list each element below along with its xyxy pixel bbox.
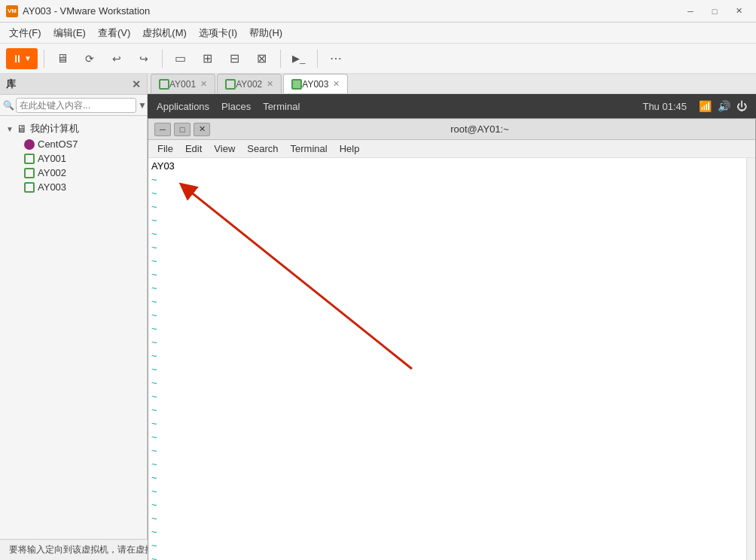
tilde-11: ~ [151, 309, 746, 322]
terminal-lines: AY03 ~ ~ ~ ~ ~ ~ ~ ~ ~ ~ ~ ~ [148, 158, 746, 560]
menu-bar: 文件(F) 编辑(E) 查看(V) 虚拟机(M) 选项卡(I) 帮助(H) [0, 23, 756, 44]
ay001-label: AY001 [38, 153, 66, 164]
maximize-button[interactable]: □ [703, 4, 726, 19]
minimize-button[interactable]: ─ [679, 4, 702, 19]
menu-edit[interactable]: 编辑(E) [47, 23, 92, 43]
guest-menu-places[interactable]: Places [221, 101, 251, 112]
terminal-menu-help[interactable]: Help [334, 142, 366, 156]
window-controls: ─ □ ✕ [679, 4, 750, 19]
terminal-window[interactable]: ─ □ ✕ root@AY01:~ File Edit View Search … [148, 118, 756, 560]
extra-button[interactable]: ⋯ [324, 47, 348, 71]
sidebar-item-centos7[interactable]: CentOS7 [3, 137, 144, 151]
view-button3[interactable]: ⊟ [223, 47, 247, 71]
vm-content[interactable]: Applications Places Terminal Thu 01:45 📶… [148, 94, 756, 560]
tilde-5: ~ [151, 227, 746, 241]
send-ctrl-alt-del-button[interactable]: 🖥 [50, 47, 75, 71]
tilde-14: ~ [151, 349, 746, 363]
ay001-vm-icon [24, 154, 35, 164]
computer-icon: 🖥 [17, 123, 27, 135]
sound-icon[interactable]: 🔊 [718, 100, 730, 112]
terminal-titlebar: ─ □ ✕ root@AY01:~ [148, 119, 755, 140]
main-area: 库 ✕ 🔍 ▼ ▼ 🖥 我的计算机 CentOS7 AY0 [0, 74, 756, 539]
view4-icon: ⊠ [257, 51, 267, 65]
terminal-menu-search[interactable]: Search [241, 142, 284, 156]
terminal-menu: File Edit View Search Terminal Help [148, 140, 755, 158]
tab-ay003-close[interactable]: ✕ [333, 79, 340, 89]
sidebar-tree: ▼ 🖥 我的计算机 CentOS7 AY001 AY002 [0, 116, 147, 539]
pause-dropdown-icon: ▼ [24, 54, 32, 62]
topbar-icons: 📶 🔊 ⏻ [699, 100, 747, 112]
sidebar-item-my-computer[interactable]: ▼ 🖥 我的计算机 [3, 120, 144, 137]
snapshot-button[interactable]: ⟳ [78, 47, 102, 71]
view-fullscreen-button[interactable]: ▭ [169, 47, 193, 71]
terminal-minimize-button[interactable]: ─ [154, 123, 171, 136]
guest-menu-applications[interactable]: Applications [157, 101, 209, 112]
ay002-vm-icon [24, 168, 35, 178]
terminal-close-button[interactable]: ✕ [194, 123, 210, 136]
menu-tabs[interactable]: 选项卡(I) [193, 23, 243, 43]
menu-file[interactable]: 文件(F) [3, 23, 47, 43]
terminal-controls: ─ □ ✕ [154, 123, 210, 136]
title-bar: VM AY003 - VMware Workstation ─ □ ✕ [0, 0, 756, 23]
extra-icon: ⋯ [330, 51, 342, 65]
menu-help[interactable]: 帮助(H) [243, 23, 288, 43]
tilde-29: ~ [151, 552, 746, 560]
menu-vm[interactable]: 虚拟机(M) [136, 23, 193, 43]
search-dropdown-icon[interactable]: ▼ [138, 100, 147, 111]
snapshot-manager-icon: ↪ [139, 53, 148, 65]
revert-button[interactable]: ↩ [105, 47, 129, 71]
close-button[interactable]: ✕ [727, 4, 750, 19]
unity-icon: ⊞ [203, 51, 212, 65]
view-button4[interactable]: ⊠ [250, 47, 274, 71]
tilde-1: ~ [151, 173, 746, 187]
sidebar-header: 库 ✕ [0, 74, 147, 95]
menu-view[interactable]: 查看(V) [92, 23, 136, 43]
terminal-scrollbar[interactable] [746, 158, 755, 560]
sidebar-item-ay003[interactable]: AY003 [3, 180, 144, 194]
sidebar-item-ay001[interactable]: AY001 [3, 151, 144, 166]
terminal-button[interactable]: ▶_ [287, 47, 311, 71]
tilde-10: ~ [151, 295, 746, 309]
topbar-clock: Thu 01:45 [642, 101, 687, 112]
terminal-menu-file[interactable]: File [151, 142, 179, 156]
view3-icon: ⊟ [230, 51, 239, 65]
terminal-menu-view[interactable]: View [208, 142, 241, 156]
tilde-7: ~ [151, 254, 746, 268]
tilde-15: ~ [151, 363, 746, 376]
tilde-16: ~ [151, 376, 746, 390]
sidebar-tree-group: ▼ 🖥 我的计算机 CentOS7 AY001 AY002 [0, 119, 147, 196]
snapshot-manager-button[interactable]: ↪ [132, 47, 156, 71]
terminal-menu-edit[interactable]: Edit [179, 142, 208, 156]
toolbar-separator-3 [280, 50, 281, 68]
tab-ay001[interactable]: AY001 ✕ [151, 74, 215, 93]
power-icon[interactable]: ⏻ [736, 100, 747, 112]
sidebar-close-button[interactable]: ✕ [132, 78, 141, 90]
monitor-icon: 🖥 [56, 52, 69, 65]
revert-icon: ↩ [112, 53, 121, 65]
tab-ay003[interactable]: AY003 ✕ [283, 74, 348, 93]
tilde-4: ~ [151, 214, 746, 227]
tab-ay003-icon [291, 79, 302, 90]
tilde-13: ~ [151, 336, 746, 349]
centos-icon [24, 139, 35, 150]
tilde-2: ~ [151, 187, 746, 200]
terminal-menu-terminal[interactable]: Terminal [285, 142, 334, 156]
terminal-body[interactable]: AY03 ~ ~ ~ ~ ~ ~ ~ ~ ~ ~ ~ ~ [148, 158, 755, 560]
network-icon[interactable]: 📶 [699, 100, 712, 112]
tab-ay002[interactable]: AY002 ✕ [217, 74, 282, 93]
pause-button[interactable]: ⏸ ▼ [6, 48, 38, 69]
terminal-text-area[interactable]: AY03 ~ ~ ~ ~ ~ ~ ~ ~ ~ ~ ~ ~ [148, 158, 746, 560]
sidebar-item-ay002[interactable]: AY002 [3, 166, 144, 180]
guest-topbar: Applications Places Terminal Thu 01:45 📶… [148, 94, 756, 118]
my-computer-label: 我的计算机 [30, 122, 79, 135]
ay003-label: AY003 [38, 181, 66, 193]
tilde-6: ~ [151, 241, 746, 254]
terminal-maximize-button[interactable]: □ [174, 123, 191, 136]
view-unity-button[interactable]: ⊞ [196, 47, 220, 71]
tab-ay002-close[interactable]: ✕ [267, 79, 273, 89]
search-input[interactable] [16, 98, 136, 113]
guest-menu-terminal[interactable]: Terminal [263, 101, 300, 112]
tab-ay001-close[interactable]: ✕ [200, 79, 207, 89]
tab-ay003-label: AY003 [302, 79, 328, 90]
fullscreen-icon: ▭ [175, 51, 186, 65]
